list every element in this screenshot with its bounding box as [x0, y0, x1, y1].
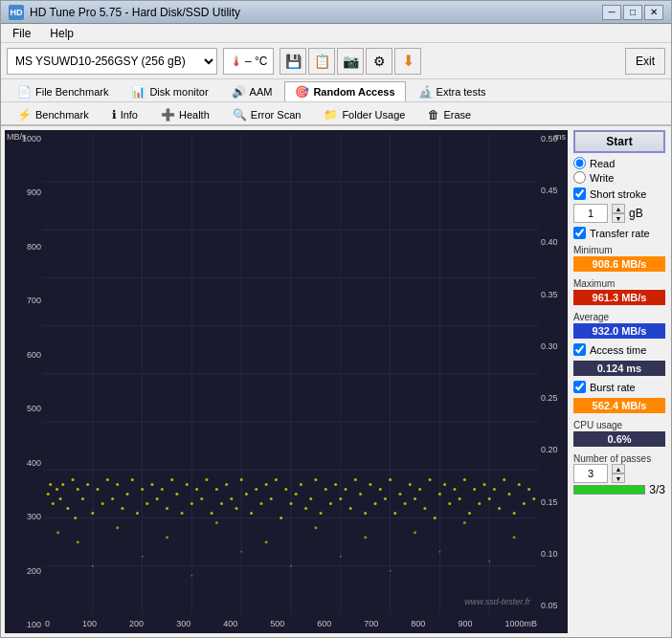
- transfer-rate-checkbox[interactable]: [573, 227, 586, 239]
- short-stroke-checkbox[interactable]: [573, 187, 586, 200]
- svg-point-76: [314, 478, 317, 481]
- svg-point-136: [290, 565, 292, 567]
- tab-error-scan[interactable]: 🔍 Error Scan: [222, 104, 312, 124]
- access-time-checkbox[interactable]: [573, 343, 586, 356]
- start-button[interactable]: Start: [573, 130, 665, 153]
- svg-point-140: [488, 561, 490, 562]
- access-time-checkbox-item[interactable]: Access time: [573, 343, 665, 356]
- average-label: Average: [573, 312, 665, 322]
- svg-point-86: [364, 512, 367, 515]
- tab-benchmark-label: Benchmark: [35, 109, 89, 121]
- x-label-500: 500: [270, 619, 284, 628]
- close-button[interactable]: ✕: [644, 5, 663, 20]
- passes-input[interactable]: [573, 464, 608, 483]
- svg-point-107: [468, 512, 471, 515]
- write-radio[interactable]: [573, 171, 586, 184]
- aam-icon: 🔊: [232, 85, 246, 99]
- toolbar: MS YSUWD10-256GSY (256 gB) 🌡 – °C 💾 📋 📷 …: [1, 43, 671, 79]
- y-label-400: 400: [7, 458, 41, 468]
- svg-point-42: [146, 502, 148, 505]
- svg-point-100: [434, 517, 437, 519]
- write-radio-label: Write: [590, 172, 614, 184]
- tab-erase[interactable]: 🗑 Erase: [417, 104, 482, 124]
- svg-point-61: [240, 478, 243, 481]
- svg-point-118: [523, 502, 526, 505]
- y-right-040: 0.40: [541, 237, 566, 247]
- short-stroke-input[interactable]: [573, 204, 608, 223]
- svg-point-29: [81, 497, 84, 500]
- svg-point-33: [101, 502, 104, 505]
- menu-help[interactable]: Help: [42, 25, 81, 42]
- burst-rate-section: 562.4 MB/s: [573, 397, 665, 414]
- y-label-800: 800: [7, 242, 41, 252]
- svg-point-58: [225, 483, 228, 486]
- svg-point-115: [507, 493, 510, 495]
- menu-file[interactable]: File: [5, 25, 38, 42]
- svg-point-73: [300, 483, 302, 486]
- copy-icon-btn[interactable]: 📋: [308, 48, 335, 75]
- svg-point-47: [170, 478, 173, 481]
- passes-spin-down[interactable]: ▼: [612, 473, 625, 483]
- tab-benchmark[interactable]: ⚡ Benchmark: [7, 104, 100, 124]
- tab-health[interactable]: ➕ Health: [150, 104, 220, 124]
- screenshot-icon-btn[interactable]: 📷: [337, 48, 364, 75]
- svg-point-37: [121, 507, 123, 510]
- burst-rate-checkbox-item[interactable]: Burst rate: [573, 381, 665, 393]
- burst-rate-checkbox[interactable]: [573, 381, 586, 393]
- info-icon: ℹ: [112, 108, 117, 121]
- svg-point-95: [409, 483, 412, 486]
- svg-point-113: [498, 507, 501, 510]
- svg-point-85: [359, 493, 362, 495]
- download-icon-btn[interactable]: ⬇: [394, 48, 421, 75]
- thermometer-icon: 🌡: [230, 54, 243, 69]
- svg-point-48: [175, 493, 178, 495]
- svg-point-98: [423, 507, 426, 510]
- svg-point-106: [463, 478, 466, 481]
- tab-extra-tests-label: Extra tests: [437, 86, 486, 98]
- tab-random-access[interactable]: 🎯 Random Access: [284, 81, 405, 101]
- y-right-050: 0.50: [541, 134, 566, 143]
- transfer-rate-checkbox-item[interactable]: Transfer rate: [573, 227, 665, 239]
- exit-button[interactable]: Exit: [625, 48, 665, 75]
- tab-random-access-label: Random Access: [313, 86, 394, 98]
- x-label-600: 600: [317, 619, 331, 628]
- tab-file-benchmark[interactable]: 📄 File Benchmark: [7, 81, 119, 101]
- svg-point-97: [418, 488, 421, 491]
- minimize-button[interactable]: ─: [602, 5, 621, 20]
- spin-up-button[interactable]: ▲: [612, 204, 625, 213]
- extra-tests-icon: 🔬: [418, 85, 433, 99]
- settings-icon-btn[interactable]: ⚙: [366, 48, 392, 75]
- spin-down-button[interactable]: ▼: [612, 213, 625, 223]
- svg-point-92: [393, 512, 396, 515]
- tab-extra-tests[interactable]: 🔬 Extra tests: [408, 81, 497, 101]
- svg-point-109: [478, 502, 481, 505]
- read-radio[interactable]: [573, 157, 586, 169]
- svg-point-129: [414, 531, 416, 534]
- svg-point-20: [49, 483, 52, 486]
- tab-folder-usage[interactable]: 📁 Folder Usage: [313, 104, 415, 124]
- tab-health-label: Health: [179, 109, 210, 121]
- y-label-500: 500: [7, 404, 41, 413]
- maximize-button[interactable]: □: [623, 5, 642, 20]
- svg-point-60: [235, 507, 238, 510]
- read-radio-item[interactable]: Read: [573, 157, 665, 169]
- write-radio-item[interactable]: Write: [573, 171, 665, 184]
- svg-point-74: [304, 507, 307, 510]
- svg-point-56: [215, 488, 218, 491]
- tab-info[interactable]: ℹ Info: [101, 104, 148, 124]
- svg-point-123: [116, 526, 119, 529]
- drive-select[interactable]: MS YSUWD10-256GSY (256 gB): [7, 48, 217, 75]
- main-content: MB/s ms 1000 900 800 700 600 500 400 300…: [1, 126, 671, 637]
- svg-point-137: [340, 556, 342, 558]
- passes-spin-up[interactable]: ▲: [612, 464, 625, 473]
- svg-point-64: [255, 488, 258, 491]
- save-icon-btn[interactable]: 💾: [280, 48, 306, 75]
- tab-aam[interactable]: 🔊 AAM: [221, 81, 283, 101]
- svg-point-99: [429, 478, 432, 481]
- y-right-045: 0.45: [541, 186, 566, 195]
- tab-disk-monitor[interactable]: 📊 Disk monitor: [121, 81, 218, 101]
- short-stroke-checkbox-item[interactable]: Short stroke: [573, 187, 665, 200]
- svg-point-25: [66, 507, 69, 510]
- svg-point-105: [459, 497, 461, 500]
- title-bar: HD HD Tune Pro 5.75 - Hard Disk/SSD Util…: [1, 1, 671, 24]
